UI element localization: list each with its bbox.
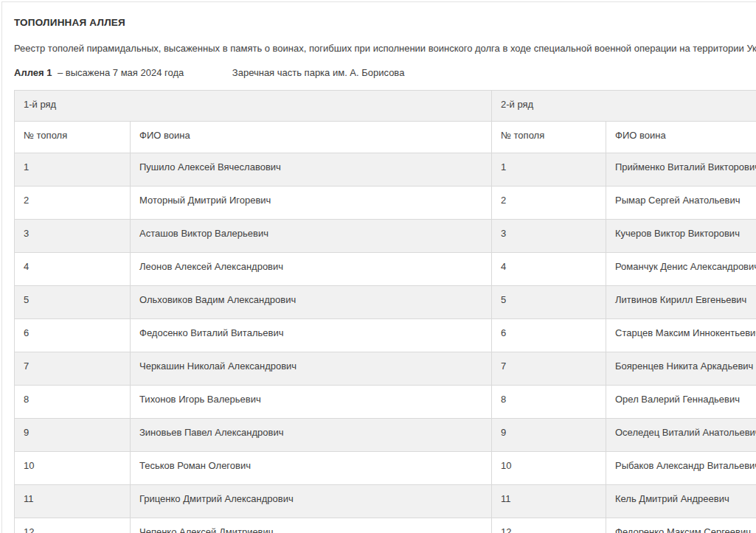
tree-number-row2: 5 (492, 286, 606, 319)
column-header-number-2: № тополя (492, 122, 606, 153)
soldier-name-row1: Тихонов Игорь Валерьевич (131, 386, 492, 419)
registry-description: Реестр тополей пирамидальных, высаженных… (14, 43, 756, 54)
tree-number-row1: 5 (15, 286, 131, 319)
row-group-label-1: 1-й ряд (15, 91, 492, 122)
soldier-name-row2: Старцев Максим Иннокентьевич (606, 319, 756, 352)
table-row: 9Зиновьев Павел Александрович9Оселедец В… (15, 419, 756, 452)
soldier-name-row1: Моторный Дмитрий Игоревич (131, 187, 492, 220)
soldier-name-row2: Федоренко Максим Сергеевич (606, 518, 756, 533)
table-row: 4Леонов Алексей Александрович4Романчук Д… (15, 253, 756, 286)
soldier-name-row1: Федосенко Виталий Витальевич (131, 319, 492, 352)
tree-number-row2: 12 (492, 518, 606, 533)
table-row: 8Тихонов Игорь Валерьевич8Орел Валерий Г… (15, 386, 756, 419)
poplar-registry-table: 1-й ряд 2-й ряд № тополя ФИО воина № топ… (14, 90, 756, 533)
alley-info-line: Аллея 1 – высажена 7 мая 2024 года Зареч… (14, 67, 756, 78)
soldier-name-row1: Чепенко Алексей Дмитриевич (131, 518, 492, 533)
tree-number-row1: 12 (15, 518, 131, 533)
tree-number-row1: 6 (15, 319, 131, 352)
tree-number-row2: 8 (492, 386, 606, 419)
tree-number-row2: 1 (492, 153, 606, 187)
row-group-header: 1-й ряд 2-й ряд (15, 91, 756, 122)
page-container: ТОПОЛИННАЯ АЛЛЕЯ Реестр тополей пирамида… (1, 1, 756, 533)
table-row: 10Теськов Роман Олегович10Рыбаков Алекса… (15, 452, 756, 485)
tree-number-row1: 7 (15, 352, 131, 386)
column-header-number-1: № тополя (15, 122, 131, 153)
alley-planted-date: – высажена 7 мая 2024 года (58, 67, 184, 78)
tree-number-row2: 7 (492, 352, 606, 386)
soldier-name-row2: Оселедец Виталий Анатольевич (606, 419, 756, 452)
tree-number-row1: 11 (15, 485, 131, 518)
table-row: 12Чепенко Алексей Дмитриевич12Федоренко … (15, 518, 756, 533)
tree-number-row1: 4 (15, 253, 131, 286)
tree-number-row1: 10 (15, 452, 131, 485)
soldier-name-row2: Рыбаков Александр Витальевич (606, 452, 756, 485)
soldier-name-row1: Черкашин Николай Александрович (131, 352, 492, 386)
column-header-name-2: ФИО воина (606, 122, 756, 153)
soldier-name-row2: Прийменко Виталий Викторович (606, 153, 756, 187)
column-header-row: № тополя ФИО воина № тополя ФИО воина (15, 122, 756, 153)
soldier-name-row1: Теськов Роман Олегович (131, 452, 492, 485)
soldier-name-row1: Гриценко Дмитрий Александрович (131, 485, 492, 518)
soldier-name-row1: Асташов Виктор Валерьевич (131, 220, 492, 253)
tree-number-row1: 2 (15, 187, 131, 220)
soldier-name-row2: Романчук Денис Александрович (606, 253, 756, 286)
table-row: 7Черкашин Николай Александрович7Бояренце… (15, 352, 756, 386)
tree-number-row2: 10 (492, 452, 606, 485)
tree-number-row1: 1 (15, 153, 131, 187)
alley-name: Аллея 1 (14, 67, 52, 78)
table-row: 2Моторный Дмитрий Игоревич2Рымар Сергей … (15, 187, 756, 220)
table-row: 6Федосенко Виталий Витальевич6Старцев Ма… (15, 319, 756, 352)
column-header-name-1: ФИО воина (131, 122, 492, 153)
table-row: 5Ольховиков Вадим Александрович5Литвинов… (15, 286, 756, 319)
table-row: 1Пушило Алексей Вячеславович1Прийменко В… (15, 153, 756, 187)
tree-number-row1: 9 (15, 419, 131, 452)
soldier-name-row2: Литвинов Кирилл Евгеньевич (606, 286, 756, 319)
soldier-name-row1: Ольховиков Вадим Александрович (131, 286, 492, 319)
soldier-name-row2: Орел Валерий Геннадьевич (606, 386, 756, 419)
table-row: 11Гриценко Дмитрий Александрович11Кель Д… (15, 485, 756, 518)
row-group-label-2: 2-й ряд (492, 91, 756, 122)
soldier-name-row1: Зиновьев Павел Александрович (131, 419, 492, 452)
soldier-name-row2: Рымар Сергей Анатольевич (606, 187, 756, 220)
tree-number-row2: 4 (492, 253, 606, 286)
table-body: 1Пушило Алексей Вячеславович1Прийменко В… (15, 153, 756, 533)
soldier-name-row1: Леонов Алексей Александрович (131, 253, 492, 286)
soldier-name-row1: Пушило Алексей Вячеславович (131, 153, 492, 187)
tree-number-row2: 2 (492, 187, 606, 220)
soldier-name-row2: Кучеров Виктор Викторович (606, 220, 756, 253)
soldier-name-row2: Кель Дмитрий Андреевич (606, 485, 756, 518)
tree-number-row2: 6 (492, 319, 606, 352)
tree-number-row2: 9 (492, 419, 606, 452)
tree-number-row2: 11 (492, 485, 606, 518)
soldier-name-row2: Бояренцев Никита Аркадьевич (606, 352, 756, 386)
tree-number-row2: 3 (492, 220, 606, 253)
tree-number-row1: 8 (15, 386, 131, 419)
page-title: ТОПОЛИННАЯ АЛЛЕЯ (14, 17, 756, 28)
table-row: 3Асташов Виктор Валерьевич3Кучеров Викто… (15, 220, 756, 253)
tree-number-row1: 3 (15, 220, 131, 253)
alley-location: Заречная часть парка им. А. Борисова (232, 67, 405, 78)
